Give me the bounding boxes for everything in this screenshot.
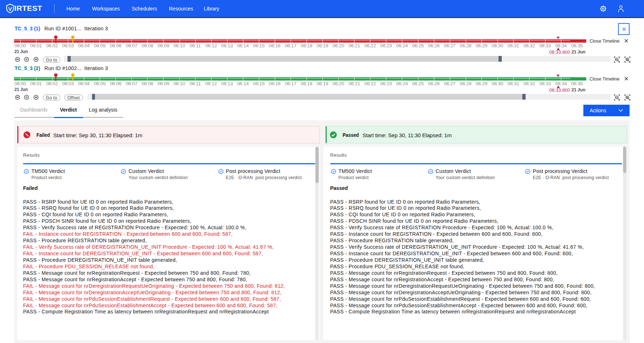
svg-text:V: V [8, 6, 12, 12]
